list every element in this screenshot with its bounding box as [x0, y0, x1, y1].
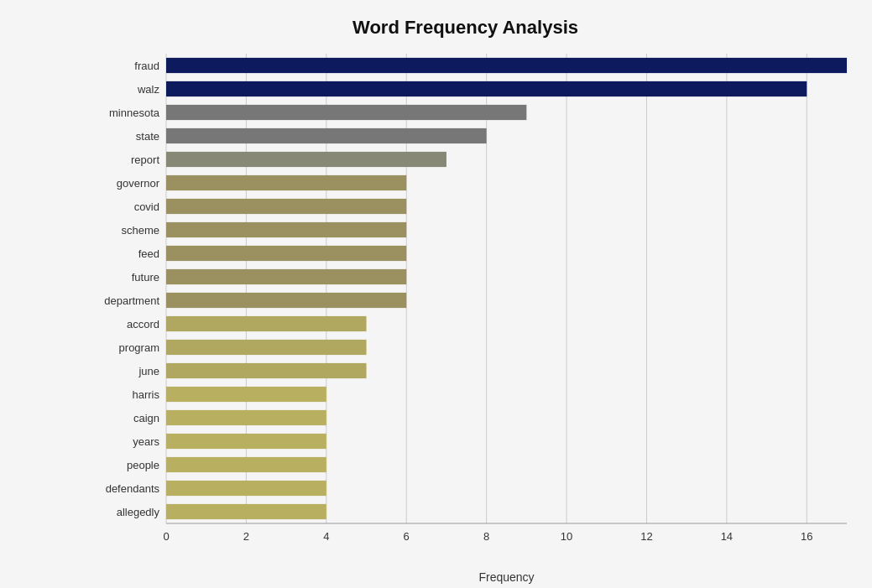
chart-title: Word Frequency Analysis: [84, 17, 847, 39]
x-tick: 0: [163, 530, 169, 543]
svg-rect-0: [166, 54, 847, 523]
x-tick: 10: [561, 530, 572, 543]
x-tick: 6: [404, 530, 410, 543]
bar-department: [166, 293, 406, 308]
y-label: fraud: [84, 54, 159, 77]
bar-program: [166, 340, 367, 355]
chart-plot-area: 0246810121416 Frequency: [166, 54, 847, 565]
bar-covid: [166, 199, 406, 214]
y-label: walz: [84, 77, 159, 101]
x-tick: 4: [323, 530, 329, 543]
bar-state: [166, 128, 487, 143]
y-label: harris: [84, 382, 159, 406]
y-label: defendants: [84, 476, 159, 500]
x-axis: 0246810121416: [166, 530, 847, 564]
x-tick: 14: [721, 530, 733, 543]
y-label: june: [84, 359, 159, 382]
chart-container: Word Frequency Analysis fraudwalzminneso…: [0, 0, 872, 588]
y-label: governor: [84, 171, 159, 195]
y-label: accord: [84, 312, 159, 336]
bar-minnesota: [166, 105, 526, 120]
bar-allegedly: [166, 504, 326, 519]
bar-fraud: [166, 58, 847, 73]
bar-governor: [166, 175, 406, 190]
bar-years: [166, 434, 326, 449]
x-tick: 16: [801, 530, 812, 543]
y-label: feed: [84, 242, 159, 265]
bar-defendants: [166, 481, 326, 496]
y-label: minnesota: [84, 101, 159, 124]
chart-svg: [166, 54, 847, 523]
bar-report: [166, 152, 446, 167]
y-label: caign: [84, 406, 159, 429]
x-tick: 12: [640, 530, 652, 543]
y-label: state: [84, 124, 159, 148]
bar-walz: [166, 81, 807, 96]
y-label: covid: [84, 195, 159, 218]
y-label: future: [84, 265, 159, 289]
x-tick: 2: [243, 530, 249, 543]
bar-accord: [166, 316, 367, 331]
y-label: years: [84, 429, 159, 453]
x-tick: 8: [483, 530, 489, 543]
y-label: report: [84, 148, 159, 171]
bar-people: [166, 457, 326, 472]
bar-scheme: [166, 222, 406, 237]
y-label: department: [84, 289, 159, 312]
y-label: people: [84, 453, 159, 476]
bar-caign: [166, 410, 326, 425]
x-axis-label: Frequency: [166, 570, 847, 584]
y-label: program: [84, 336, 159, 359]
bar-harris: [166, 387, 326, 402]
bar-june: [166, 363, 367, 378]
y-axis-labels: fraudwalzminnesotastatereportgovernorcov…: [84, 54, 159, 565]
bar-feed: [166, 246, 406, 261]
y-label: allegedly: [84, 500, 159, 523]
bar-future: [166, 269, 406, 284]
y-label: scheme: [84, 218, 159, 242]
